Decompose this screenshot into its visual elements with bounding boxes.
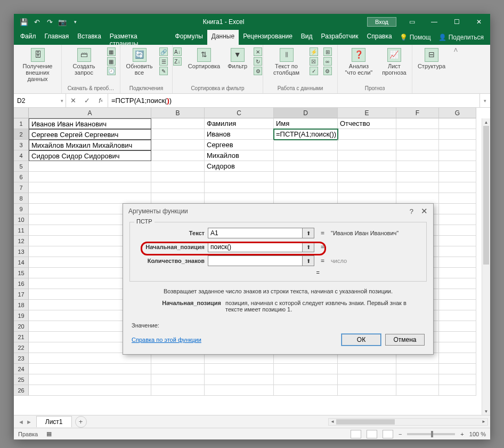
- cell[interactable]: Сергеев: [205, 140, 274, 150]
- tab-developer[interactable]: Разработчик: [317, 30, 363, 45]
- enter-formula-button[interactable]: ✓: [80, 97, 94, 105]
- cell[interactable]: [29, 172, 151, 182]
- cell[interactable]: Михайлов Михаил Михайлович: [29, 140, 151, 150]
- cell[interactable]: [29, 353, 151, 364]
- row-header[interactable]: 22: [14, 342, 29, 353]
- row-header[interactable]: 12: [14, 236, 29, 246]
- cell[interactable]: [439, 289, 476, 300]
- row-header[interactable]: 17: [14, 289, 29, 300]
- row-header[interactable]: 10: [14, 214, 29, 225]
- row-header[interactable]: 23: [14, 353, 29, 364]
- row-header[interactable]: 18: [14, 300, 29, 310]
- column-header[interactable]: B: [151, 108, 205, 118]
- manage-model-button[interactable]: ⚙: [322, 66, 333, 76]
- tell-me[interactable]: 💡Помощ: [396, 30, 434, 45]
- undo-icon[interactable]: ↶: [32, 17, 42, 27]
- hscroll-thumb[interactable]: [336, 419, 395, 425]
- function-help-link[interactable]: Справка по этой функции: [132, 337, 201, 343]
- sheet-tab[interactable]: Лист1: [36, 416, 72, 427]
- cell[interactable]: [439, 193, 476, 204]
- cell[interactable]: [338, 172, 396, 182]
- filter-button[interactable]: ▼Фильтр: [225, 47, 249, 70]
- sheet-prev-icon[interactable]: ◄: [18, 419, 24, 425]
- row-header[interactable]: 7: [14, 182, 29, 193]
- cell[interactable]: [205, 193, 274, 204]
- row-header[interactable]: 1: [14, 118, 29, 129]
- row-header[interactable]: 13: [14, 246, 29, 257]
- cell[interactable]: Отчество: [338, 118, 396, 129]
- cell[interactable]: [29, 385, 151, 396]
- cell[interactable]: [151, 385, 205, 396]
- add-sheet-button[interactable]: +: [75, 416, 87, 428]
- close-button[interactable]: ✕: [468, 14, 490, 30]
- sort-za-button[interactable]: Z↓: [172, 57, 183, 66]
- name-box[interactable]: D2: [14, 94, 66, 107]
- vertical-scrollbar[interactable]: ▲ ▼: [482, 118, 490, 415]
- cell[interactable]: [439, 353, 476, 364]
- row-header[interactable]: 8: [14, 193, 29, 204]
- cell[interactable]: [439, 278, 476, 289]
- tab-view[interactable]: Вид: [297, 30, 317, 45]
- cell[interactable]: [338, 193, 396, 204]
- redo-icon[interactable]: ↷: [45, 17, 54, 27]
- scroll-right-icon[interactable]: ►: [480, 419, 487, 425]
- properties-button[interactable]: ☰: [158, 57, 169, 66]
- cell[interactable]: [396, 161, 439, 172]
- cancel-formula-button[interactable]: ✕: [66, 97, 80, 105]
- cell[interactable]: [205, 385, 274, 396]
- show-queries-button[interactable]: ▦: [106, 47, 117, 57]
- cell[interactable]: [396, 182, 439, 193]
- cell[interactable]: [338, 140, 396, 150]
- cell[interactable]: [439, 364, 476, 374]
- maximize-button[interactable]: ☐: [445, 14, 468, 30]
- cell[interactable]: [338, 364, 396, 374]
- row-header[interactable]: 11: [14, 225, 29, 236]
- cell[interactable]: Иванов Иван Иванович: [29, 118, 151, 129]
- cell[interactable]: [439, 257, 476, 268]
- cell[interactable]: [338, 182, 396, 193]
- normal-view-button[interactable]: [351, 430, 361, 438]
- tab-layout[interactable]: Разметка страницы: [105, 30, 171, 45]
- save-icon[interactable]: 💾: [19, 17, 29, 27]
- cell[interactable]: [439, 321, 476, 332]
- camera-icon[interactable]: 📷: [58, 17, 67, 27]
- tab-home[interactable]: Главная: [40, 30, 74, 45]
- tab-review[interactable]: Рецензирование: [239, 30, 297, 45]
- remove-dup-button[interactable]: ☒: [308, 57, 319, 66]
- cell[interactable]: [274, 150, 338, 161]
- cell[interactable]: [396, 385, 439, 396]
- cell[interactable]: [439, 172, 476, 182]
- tab-file[interactable]: Файл: [16, 30, 40, 45]
- cell[interactable]: [205, 172, 274, 182]
- row-header[interactable]: 24: [14, 364, 29, 374]
- cell[interactable]: [151, 161, 205, 172]
- cell[interactable]: [396, 118, 439, 129]
- tab-insert[interactable]: Вставка: [73, 30, 105, 45]
- what-if-button[interactable]: ❓Анализ "что если": [341, 47, 377, 77]
- cell[interactable]: [274, 374, 338, 385]
- cell[interactable]: Иванов: [205, 129, 274, 140]
- cell[interactable]: [439, 150, 476, 161]
- row-header[interactable]: 14: [14, 257, 29, 268]
- from-table-button[interactable]: ▦: [106, 57, 117, 66]
- cell[interactable]: [274, 140, 338, 150]
- cell[interactable]: [439, 129, 476, 140]
- row-header[interactable]: 2: [14, 129, 29, 140]
- share-button[interactable]: 👤Поделиться: [434, 30, 488, 45]
- cell[interactable]: [151, 364, 205, 374]
- cell[interactable]: [205, 364, 274, 374]
- flash-fill-button[interactable]: ⚡: [308, 47, 319, 57]
- cell[interactable]: [29, 182, 151, 193]
- cell[interactable]: [274, 182, 338, 193]
- cell[interactable]: [205, 374, 274, 385]
- cell[interactable]: [396, 172, 439, 182]
- minimize-button[interactable]: —: [423, 14, 445, 30]
- scroll-up-icon[interactable]: ▲: [482, 118, 490, 126]
- cell[interactable]: [338, 129, 396, 140]
- column-header[interactable]: E: [338, 108, 396, 118]
- edit-links-button[interactable]: ✎: [158, 66, 169, 76]
- cell[interactable]: [439, 300, 476, 310]
- cell[interactable]: [274, 385, 338, 396]
- row-header[interactable]: 4: [14, 150, 29, 161]
- cell[interactable]: [151, 140, 205, 150]
